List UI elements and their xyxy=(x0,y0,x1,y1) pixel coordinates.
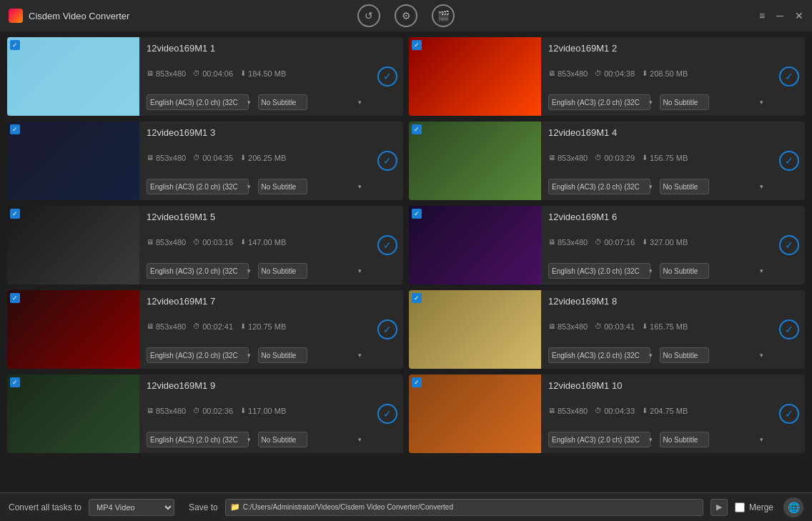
size-icon-7: ⬇ xyxy=(240,322,246,330)
merge-checkbox[interactable] xyxy=(735,502,745,512)
video-check-btn-10[interactable]: ✓ xyxy=(773,374,805,453)
video-resolution-1: 🖥 853x480 xyxy=(147,69,186,78)
audio-select-4[interactable]: English (AC3) (2.0 ch) (32C xyxy=(548,179,650,194)
thumb-visual-7 xyxy=(7,290,139,369)
video-check-btn-8[interactable]: ✓ xyxy=(773,290,805,369)
video-resolution-10: 🖥 853x480 xyxy=(548,407,588,415)
close-button[interactable]: ✕ xyxy=(795,10,803,21)
subtitle-select-wrapper-7: No Subtitle Subtitle xyxy=(258,347,365,363)
format-select[interactable]: MP4 Video xyxy=(89,499,174,516)
video-item-2: ✓ 12video169M1 2 🖥 853x480 ⏱ 00:04:38 ⬇ … xyxy=(409,37,805,116)
thumb-check-4[interactable]: ✓ xyxy=(412,124,422,134)
resolution-icon-6: 🖥 xyxy=(548,238,555,246)
subtitle-select-9[interactable]: No Subtitle Subtitle xyxy=(258,432,307,447)
thumb-check-7[interactable]: ✓ xyxy=(10,293,20,303)
check-circle-1: ✓ xyxy=(377,66,397,86)
language-button[interactable]: 🌐 xyxy=(783,497,803,517)
video-check-btn-6[interactable]: ✓ xyxy=(773,206,805,284)
app-title: Cisdem Video Converter xyxy=(29,11,129,21)
audio-select-8[interactable]: English (AC3) (2.0 ch) (32C xyxy=(548,347,650,363)
video-title-9: 12video169M1 9 xyxy=(147,380,365,391)
audio-select-6[interactable]: English (AC3) (2.0 ch) (32C xyxy=(548,263,650,279)
thumb-visual-1 xyxy=(7,37,139,116)
titlebar-nav: ↺ ⚙ 🎬 xyxy=(357,4,455,27)
subtitle-select-6[interactable]: No Subtitle Subtitle xyxy=(660,263,709,279)
subtitle-select-wrapper-2: No Subtitle Subtitle xyxy=(660,94,767,110)
video-check-btn-4[interactable]: ✓ xyxy=(773,121,805,200)
subtitle-select-wrapper-10: No Subtitle Subtitle xyxy=(660,432,767,447)
video-check-btn-7[interactable]: ✓ xyxy=(372,290,403,369)
video-title-6: 12video169M1 6 xyxy=(548,212,766,222)
audio-select-wrapper-9: English (AC3) (2.0 ch) (32C xyxy=(147,432,254,447)
minimize-button[interactable]: ─ xyxy=(776,10,783,21)
thumb-check-3[interactable]: ✓ xyxy=(10,124,20,134)
audio-select-wrapper-8: English (AC3) (2.0 ch) (32C xyxy=(548,347,655,363)
check-circle-7: ✓ xyxy=(377,319,397,339)
video-check-btn-9[interactable]: ✓ xyxy=(372,374,403,453)
subtitle-select-5[interactable]: No Subtitle Subtitle xyxy=(258,263,307,279)
subtitle-select-wrapper-1: No Subtitle Subtitle xyxy=(258,94,365,110)
video-title-4: 12video169M1 4 xyxy=(548,127,766,138)
resolution-icon-7: 🖥 xyxy=(147,322,154,330)
browse-folder-button[interactable]: ▶ xyxy=(710,499,728,516)
video-title-2: 12video169M1 2 xyxy=(548,43,766,54)
thumb-check-6[interactable]: ✓ xyxy=(412,209,422,219)
convert-label: Convert all tasks to xyxy=(9,502,81,512)
nav-icon-refresh[interactable]: ↺ xyxy=(357,4,380,27)
thumb-check-9[interactable]: ✓ xyxy=(10,377,20,387)
merge-label: Merge xyxy=(749,502,773,512)
nav-icon-settings[interactable]: ⚙ xyxy=(395,4,417,27)
audio-select-9[interactable]: English (AC3) (2.0 ch) (32C xyxy=(147,432,249,447)
video-thumbnail-9: ✓ xyxy=(7,374,139,453)
thumb-visual-8 xyxy=(409,290,541,369)
video-thumbnail-6: ✓ xyxy=(409,206,541,284)
video-selects-4: English (AC3) (2.0 ch) (32C No Subtitle … xyxy=(548,179,766,194)
subtitle-select-1[interactable]: No Subtitle Subtitle xyxy=(258,94,307,110)
window-controls: ≡ ─ ✕ xyxy=(759,10,803,21)
thumb-check-8[interactable]: ✓ xyxy=(412,293,422,303)
resolution-icon-3: 🖥 xyxy=(147,154,154,162)
video-meta-3: 🖥 853x480 ⏱ 00:04:35 ⬇ 206.25 MB xyxy=(147,154,365,162)
video-thumbnail-7: ✓ xyxy=(7,290,139,369)
video-resolution-4: 🖥 853x480 xyxy=(548,154,588,162)
thumb-visual-6 xyxy=(409,206,541,284)
menu-button[interactable]: ≡ xyxy=(759,10,765,21)
video-check-btn-3[interactable]: ✓ xyxy=(372,121,403,200)
video-thumbnail-5: ✓ xyxy=(7,206,139,284)
audio-select-3[interactable]: English (AC3) (2.0 ch) (32C xyxy=(147,179,249,194)
save-label: Save to xyxy=(189,502,218,512)
thumb-check-5[interactable]: ✓ xyxy=(10,209,20,219)
thumb-visual-2 xyxy=(409,37,541,116)
video-item-10: ✓ 12video169M1 10 🖥 853x480 ⏱ 00:04:33 ⬇… xyxy=(409,374,805,453)
subtitle-select-8[interactable]: No Subtitle Subtitle xyxy=(660,347,709,363)
thumb-check-1[interactable]: ✓ xyxy=(10,40,20,50)
audio-select-10[interactable]: English (AC3) (2.0 ch) (32C xyxy=(548,432,650,447)
nav-icon-media[interactable]: 🎬 xyxy=(432,4,455,27)
subtitle-select-3[interactable]: No Subtitle Subtitle xyxy=(258,179,307,194)
thumb-check-10[interactable]: ✓ xyxy=(412,377,422,387)
video-size-2: ⬇ 208.50 MB xyxy=(642,69,688,78)
video-title-8: 12video169M1 8 xyxy=(548,296,766,307)
check-circle-9: ✓ xyxy=(377,404,397,424)
subtitle-select-4[interactable]: No Subtitle Subtitle xyxy=(660,179,709,194)
video-check-btn-1[interactable]: ✓ xyxy=(372,37,403,116)
video-meta-5: 🖥 853x480 ⏱ 00:03:16 ⬇ 147.00 MB xyxy=(147,238,365,247)
video-size-10: ⬇ 204.75 MB xyxy=(642,407,688,415)
subtitle-select-7[interactable]: No Subtitle Subtitle xyxy=(258,347,307,363)
video-selects-8: English (AC3) (2.0 ch) (32C No Subtitle … xyxy=(548,347,766,363)
subtitle-select-2[interactable]: No Subtitle Subtitle xyxy=(660,94,709,110)
subtitle-select-10[interactable]: No Subtitle Subtitle xyxy=(660,432,709,447)
video-thumbnail-3: ✓ xyxy=(7,121,139,200)
video-size-6: ⬇ 327.00 MB xyxy=(642,238,688,247)
audio-select-5[interactable]: English (AC3) (2.0 ch) (32C xyxy=(147,263,249,279)
audio-select-7[interactable]: English (AC3) (2.0 ch) (32C xyxy=(147,347,249,363)
check-circle-3: ✓ xyxy=(377,151,397,171)
audio-select-1[interactable]: English (AC3) (2.0 ch) (32C xyxy=(147,94,249,110)
check-circle-2: ✓ xyxy=(779,66,799,86)
video-check-btn-5[interactable]: ✓ xyxy=(372,206,403,284)
thumb-check-2[interactable]: ✓ xyxy=(412,40,422,50)
video-meta-7: 🖥 853x480 ⏱ 00:02:41 ⬇ 120.75 MB xyxy=(147,322,365,331)
video-check-btn-2[interactable]: ✓ xyxy=(773,37,805,116)
subtitle-select-wrapper-4: No Subtitle Subtitle xyxy=(660,179,767,194)
audio-select-2[interactable]: English (AC3) (2.0 ch) (32C xyxy=(548,94,650,110)
